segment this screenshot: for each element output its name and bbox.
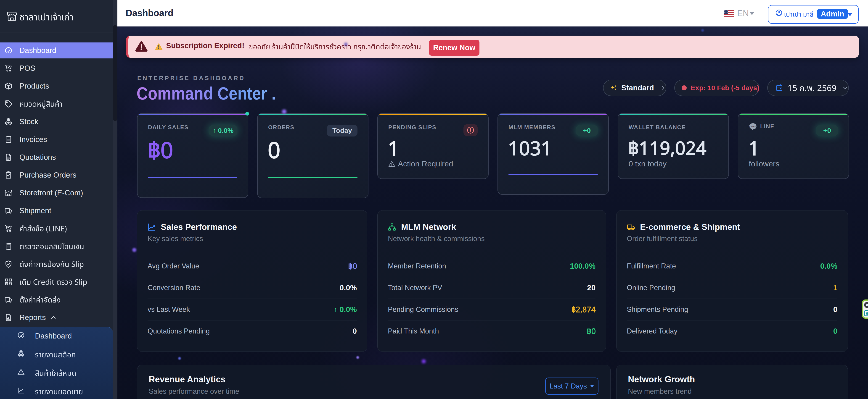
svg-text:LINE: LINE <box>749 125 756 127</box>
